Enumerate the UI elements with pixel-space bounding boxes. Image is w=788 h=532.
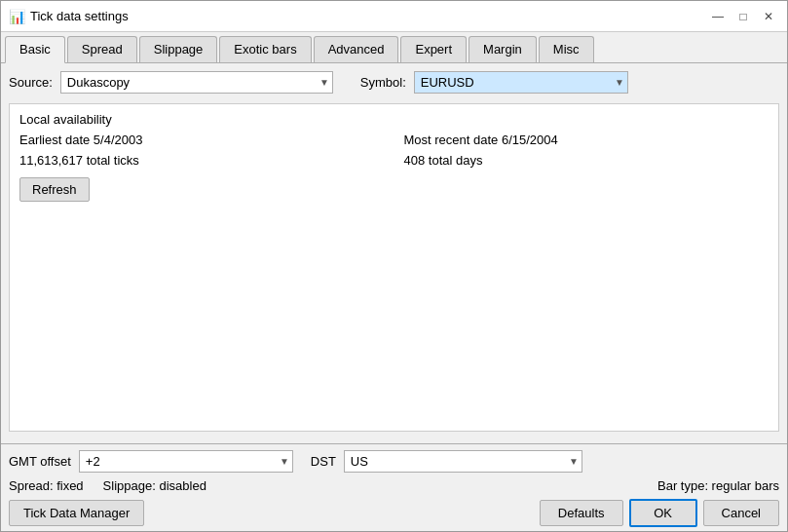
title-bar: 📊 Tick data settings — □ ✕ [1,1,787,32]
local-availability-title: Local availability [19,112,769,127]
refresh-button[interactable]: Refresh [19,177,90,202]
gmt-offset-label: GMT offset [9,454,71,469]
tab-content-basic: Source: Dukascopy Alpari FXCM Other ▼ Sy… [1,63,787,443]
close-button[interactable]: ✕ [758,6,779,27]
symbol-select[interactable]: EURUSD GBPUSD USDJPY AUDUSD USDCHF [414,71,628,94]
tab-advanced[interactable]: Advanced [314,36,399,62]
tick-data-manager-button[interactable]: Tick Data Manager [9,500,144,526]
maximize-button[interactable]: □ [732,6,754,27]
bar-type-status: Bar type: regular bars [657,478,779,493]
ok-button[interactable]: OK [629,499,697,527]
tab-basic[interactable]: Basic [5,36,65,63]
window-controls: — □ ✕ [707,6,779,27]
main-window: 📊 Tick data settings — □ ✕ Basic Spread … [0,0,788,532]
cancel-button[interactable]: Cancel [703,500,779,526]
minimize-button[interactable]: — [707,6,729,27]
gmt-offset-select-wrap: +2 0 +1 +3 ▼ [79,450,293,473]
dst-label: DST [311,454,336,469]
most-recent-date-col: Most recent date 6/15/2004 [385,133,769,147]
spread-status: Spread: fixed [9,478,84,493]
tabs-bar: Basic Spread Slippage Exotic bars Advanc… [1,32,787,63]
dst-select-wrap: US EU None ▼ [344,450,582,473]
symbol-select-wrap: EURUSD GBPUSD USDJPY AUDUSD USDCHF ▼ [414,71,628,94]
tab-spread[interactable]: Spread [67,36,137,62]
total-days-text: 408 total days [404,153,483,168]
status-row: Spread: fixed Slippage: disabled Bar typ… [9,478,779,493]
bottom-section: GMT offset +2 0 +1 +3 ▼ DST US EU None ▼ [1,443,787,531]
total-days-col: 408 total days [385,153,769,168]
local-availability-box: Local availability Earliest date 5/4/200… [9,103,779,432]
tab-misc[interactable]: Misc [539,36,594,62]
window-title: Tick data settings [30,9,701,23]
defaults-button[interactable]: Defaults [540,500,623,526]
slippage-status: Slippage: disabled [103,478,206,493]
gmt-dst-row: GMT offset +2 0 +1 +3 ▼ DST US EU None ▼ [9,450,779,473]
earliest-date-text: Earliest date 5/4/2003 [19,133,142,147]
dates-row: Earliest date 5/4/2003 Most recent date … [19,133,769,147]
source-label: Source: [9,75,53,90]
symbol-label: Symbol: [360,75,406,90]
total-ticks-col: 11,613,617 total ticks [19,153,385,168]
tab-slippage[interactable]: Slippage [139,36,218,62]
source-symbol-row: Source: Dukascopy Alpari FXCM Other ▼ Sy… [9,71,779,94]
gmt-offset-select[interactable]: +2 0 +1 +3 [79,450,293,473]
total-ticks-text: 11,613,617 total ticks [19,153,139,168]
tab-margin[interactable]: Margin [469,36,537,62]
dst-select[interactable]: US EU None [344,450,582,473]
source-select[interactable]: Dukascopy Alpari FXCM Other [60,71,333,94]
tab-expert[interactable]: Expert [400,36,467,62]
tab-exotic-bars[interactable]: Exotic bars [219,36,311,62]
window-icon: 📊 [9,9,24,24]
most-recent-date-text: Most recent date 6/15/2004 [404,133,558,147]
earliest-date-col: Earliest date 5/4/2003 [19,133,385,147]
ticks-days-row: 11,613,617 total ticks 408 total days [19,153,769,168]
footer-row: Tick Data Manager Defaults OK Cancel [9,499,779,527]
source-select-wrap: Dukascopy Alpari FXCM Other ▼ [60,71,333,94]
